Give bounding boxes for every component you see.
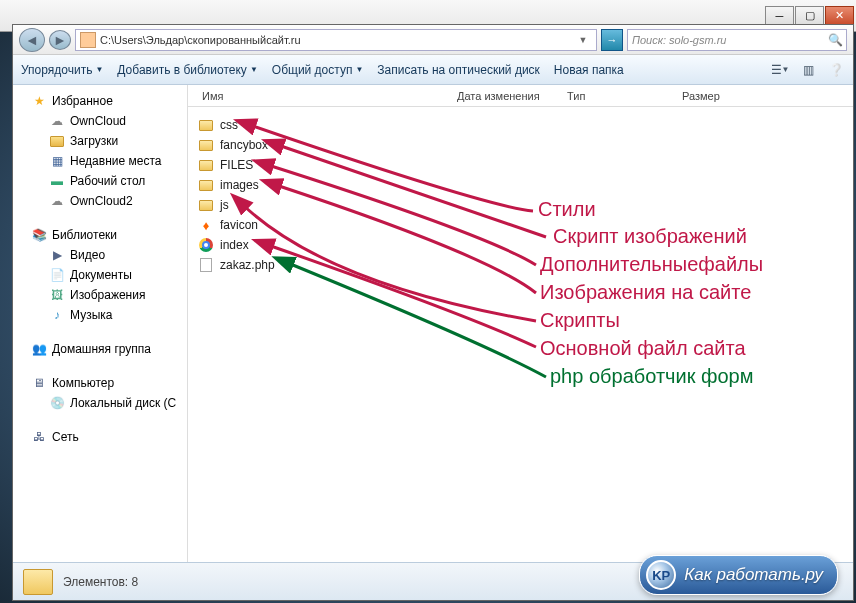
refresh-button[interactable]: → bbox=[601, 29, 623, 51]
music-icon: ♪ bbox=[49, 307, 65, 323]
sidebar-item-music[interactable]: ♪Музыка bbox=[13, 305, 187, 325]
address-bar[interactable]: C:\Users\Эльдар\скопированныйсайт.ru ▼ bbox=[75, 29, 597, 51]
address-row: ◄ ► C:\Users\Эльдар\скопированныйсайт.ru… bbox=[13, 25, 853, 55]
folder-icon bbox=[198, 137, 214, 153]
column-headers: Имя Дата изменения Тип Размер bbox=[188, 85, 853, 107]
annotation-label: Изображения на сайте bbox=[540, 281, 751, 304]
back-button[interactable]: ◄ bbox=[19, 28, 45, 52]
help-button[interactable]: ❔ bbox=[827, 61, 845, 79]
sidebar-computer-header[interactable]: 🖥Компьютер bbox=[13, 373, 187, 393]
forward-button[interactable]: ► bbox=[49, 30, 71, 50]
network-icon: 🖧 bbox=[31, 429, 47, 445]
file-row[interactable]: ♦favicon bbox=[194, 215, 853, 235]
file-name: images bbox=[220, 178, 259, 192]
image-icon: 🖼 bbox=[49, 287, 65, 303]
file-row[interactable]: index bbox=[194, 235, 853, 255]
homegroup-icon: 👥 bbox=[31, 341, 47, 357]
column-name[interactable]: Имя bbox=[194, 90, 449, 102]
cloud-icon: ☁ bbox=[49, 113, 65, 129]
search-placeholder: Поиск: solo-gsm.ru bbox=[632, 34, 828, 46]
file-row[interactable]: js bbox=[194, 195, 853, 215]
annotation-label: php обработчик форм bbox=[550, 365, 753, 388]
maximize-button[interactable]: ▢ bbox=[795, 6, 824, 26]
watermark-text: Как работать.ру bbox=[684, 565, 823, 585]
file-row[interactable]: fancybox bbox=[194, 135, 853, 155]
file-name: css bbox=[220, 118, 238, 132]
close-button[interactable]: ✕ bbox=[825, 6, 854, 26]
preview-pane-button[interactable]: ▥ bbox=[799, 61, 817, 79]
file-icon bbox=[198, 257, 214, 273]
sidebar-item-documents[interactable]: 📄Документы bbox=[13, 265, 187, 285]
search-icon: 🔍 bbox=[828, 33, 842, 47]
annotation-label: Основной файл сайта bbox=[540, 337, 746, 360]
file-row[interactable]: zakaz.php bbox=[194, 255, 853, 275]
sidebar-item-owncloud[interactable]: ☁OwnCloud bbox=[13, 111, 187, 131]
watermark-badge: KP bbox=[646, 560, 676, 590]
file-row[interactable]: css bbox=[194, 115, 853, 135]
file-name: zakaz.php bbox=[220, 258, 275, 272]
watermark: KP Как работать.ру bbox=[639, 555, 838, 595]
cloud-icon: ☁ bbox=[49, 193, 65, 209]
folder-icon bbox=[80, 32, 96, 48]
folder-icon bbox=[198, 117, 214, 133]
file-name: fancybox bbox=[220, 138, 268, 152]
explorer-window: ◄ ► C:\Users\Эльдар\скопированныйсайт.ru… bbox=[12, 24, 854, 601]
sidebar-network-header[interactable]: 🖧Сеть bbox=[13, 427, 187, 447]
column-size[interactable]: Размер bbox=[674, 90, 754, 102]
desktop-icon: ▬ bbox=[49, 173, 65, 189]
view-options-button[interactable]: ☰▼ bbox=[771, 61, 789, 79]
toolbar: Упорядочить▼ Добавить в библиотеку▼ Общи… bbox=[13, 55, 853, 85]
share-button[interactable]: Общий доступ▼ bbox=[272, 63, 364, 77]
chrome-icon bbox=[198, 237, 214, 253]
organize-button[interactable]: Упорядочить▼ bbox=[21, 63, 103, 77]
search-input[interactable]: Поиск: solo-gsm.ru 🔍 bbox=[627, 29, 847, 51]
sidebar-item-images[interactable]: 🖼Изображения bbox=[13, 285, 187, 305]
status-folder-icon bbox=[23, 569, 53, 595]
sidebar-item-owncloud2[interactable]: ☁OwnCloud2 bbox=[13, 191, 187, 211]
sidebar-libraries-header[interactable]: 📚Библиотеки bbox=[13, 225, 187, 245]
sidebar-item-localdisk[interactable]: 💿Локальный диск (C bbox=[13, 393, 187, 413]
video-icon: ▶ bbox=[49, 247, 65, 263]
minimize-button[interactable]: ─ bbox=[765, 6, 794, 26]
favicon-icon: ♦ bbox=[198, 217, 214, 233]
burn-button[interactable]: Записать на оптический диск bbox=[377, 63, 540, 77]
disk-icon: 💿 bbox=[49, 395, 65, 411]
sidebar-item-video[interactable]: ▶Видео bbox=[13, 245, 187, 265]
column-date[interactable]: Дата изменения bbox=[449, 90, 559, 102]
navigation-pane: ★Избранное ☁OwnCloud Загрузки ▦Недавние … bbox=[13, 85, 188, 562]
status-item-count: Элементов: 8 bbox=[63, 575, 138, 589]
add-to-library-button[interactable]: Добавить в библиотеку▼ bbox=[117, 63, 257, 77]
file-row[interactable]: images bbox=[194, 175, 853, 195]
folder-icon bbox=[198, 177, 214, 193]
file-name: index bbox=[220, 238, 249, 252]
address-path: C:\Users\Эльдар\скопированныйсайт.ru bbox=[100, 34, 570, 46]
file-name: js bbox=[220, 198, 229, 212]
downloads-icon bbox=[49, 133, 65, 149]
address-dropdown[interactable]: ▼ bbox=[574, 35, 592, 45]
file-name: FILES bbox=[220, 158, 253, 172]
file-name: favicon bbox=[220, 218, 258, 232]
computer-icon: 🖥 bbox=[31, 375, 47, 391]
recent-icon: ▦ bbox=[49, 153, 65, 169]
sidebar-item-downloads[interactable]: Загрузки bbox=[13, 131, 187, 151]
sidebar-homegroup-header[interactable]: 👥Домашняя группа bbox=[13, 339, 187, 359]
folder-icon bbox=[198, 157, 214, 173]
annotation-label: Скрипты bbox=[540, 309, 620, 332]
star-icon: ★ bbox=[31, 93, 47, 109]
library-icon: 📚 bbox=[31, 227, 47, 243]
new-folder-button[interactable]: Новая папка bbox=[554, 63, 624, 77]
sidebar-item-desktop[interactable]: ▬Рабочий стол bbox=[13, 171, 187, 191]
column-type[interactable]: Тип bbox=[559, 90, 674, 102]
sidebar-item-recent[interactable]: ▦Недавние места bbox=[13, 151, 187, 171]
sidebar-favorites-header[interactable]: ★Избранное bbox=[13, 91, 187, 111]
file-row[interactable]: FILES bbox=[194, 155, 853, 175]
folder-icon bbox=[198, 197, 214, 213]
file-list-pane: Имя Дата изменения Тип Размер cssfancybo… bbox=[188, 85, 853, 562]
document-icon: 📄 bbox=[49, 267, 65, 283]
